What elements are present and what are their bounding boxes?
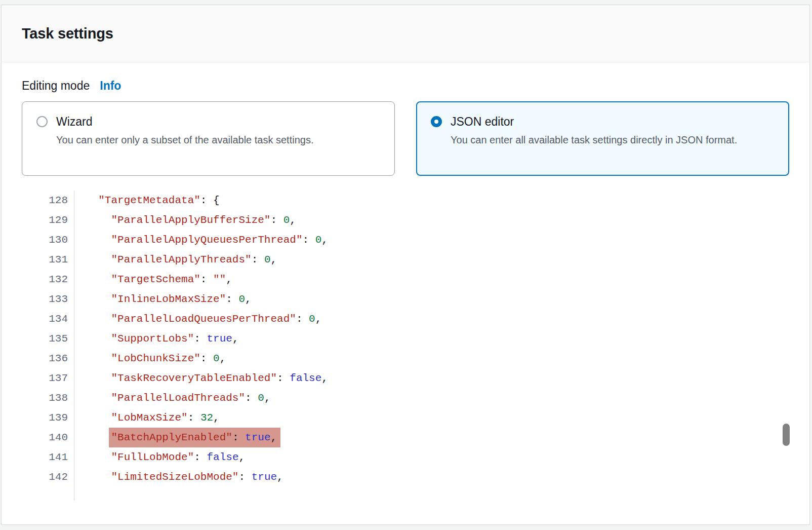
code-text: "SupportLobs": true,: [74, 329, 239, 349]
json-editor-radio[interactable]: [431, 116, 442, 127]
option-card-wizard[interactable]: Wizard You can enter only a subset of th…: [22, 101, 395, 176]
wizard-label: Wizard: [56, 113, 313, 130]
code-line: 137 "TaskRecoveryTableEnabled": false,: [22, 368, 789, 388]
code-line: 141 "FullLobMode": false,: [22, 447, 789, 467]
vertical-scrollbar-thumb[interactable]: [783, 424, 790, 446]
code-line: 135 "SupportLobs": true,: [22, 329, 789, 349]
line-number: 139: [22, 408, 74, 428]
line-number: 129: [22, 210, 74, 230]
wizard-card-row: Wizard You can enter only a subset of th…: [36, 113, 380, 148]
code-line: 132 "TargetSchema": "",: [22, 270, 789, 289]
json-editor-description: You can enter all available task setting…: [451, 132, 737, 148]
line-number: 137: [22, 368, 74, 388]
code-line: 129 "ParallelApplyBufferSize": 0,: [22, 210, 789, 230]
code-text: "LobChunkSize": 0,: [74, 349, 226, 368]
line-number: 134: [22, 309, 74, 329]
code-text: "LimitedSizeLobMode": true,: [74, 467, 283, 487]
code-text: "ParallelApplyQueuesPerThread": 0,: [74, 230, 328, 250]
panel-content: Editing mode Info Wizard You can enter o…: [2, 62, 809, 500]
code-text: "ParallelLoadThreads": 0,: [74, 388, 271, 408]
line-number: 138: [22, 388, 74, 408]
info-link[interactable]: Info: [100, 79, 121, 93]
line-number: 128: [22, 191, 74, 210]
line-number: 132: [22, 270, 74, 289]
code-line: 134 "ParallelLoadQueuesPerThread": 0,: [22, 309, 789, 329]
line-number: 140: [22, 428, 74, 447]
task-settings-panel: Task settings Editing mode Info Wizard Y…: [1, 5, 810, 525]
line-number: 130: [22, 230, 74, 250]
code-text: "ParallelApplyBufferSize": 0,: [74, 210, 296, 230]
line-number: 133: [22, 289, 74, 309]
code-line: 138 "ParallelLoadThreads": 0,: [22, 388, 789, 408]
json-editor-texts: JSON editor You can enter all available …: [451, 113, 737, 148]
json-editor-card-row: JSON editor You can enter all available …: [431, 113, 775, 148]
json-code-editor[interactable]: 128 "TargetMetadata": { 129 "ParallelApp…: [22, 191, 789, 500]
page-title: Task settings: [22, 25, 113, 42]
code-text: "ParallelApplyThreads": 0,: [74, 250, 277, 270]
code-text: "InlineLobMaxSize": 0,: [74, 289, 252, 309]
code-line: 131 "ParallelApplyThreads": 0,: [22, 250, 789, 270]
code-lines: 128 "TargetMetadata": { 129 "ParallelApp…: [22, 191, 789, 487]
code-line: 139 "LobMaxSize": 32,: [22, 408, 789, 428]
code-text: "LobMaxSize": 32,: [74, 408, 220, 428]
editing-mode-options: Wizard You can enter only a subset of th…: [22, 101, 789, 176]
code-text: "TargetSchema": "",: [74, 270, 232, 289]
gutter-spacer: [22, 487, 789, 500]
json-editor-label: JSON editor: [451, 113, 737, 130]
wizard-description: You can enter only a subset of the avail…: [56, 132, 313, 148]
code-line: 130 "ParallelApplyQueuesPerThread": 0,: [22, 230, 789, 250]
code-line: 133 "InlineLobMaxSize": 0,: [22, 289, 789, 309]
code-text: "ParallelLoadQueuesPerThread": 0,: [74, 309, 321, 329]
code-text: "FullLobMode": false,: [74, 447, 245, 467]
line-number: 131: [22, 250, 74, 270]
line-number: 135: [22, 329, 74, 349]
code-text: "BatchApplyEnabled": true,: [74, 428, 280, 447]
code-text: "TargetMetadata": {: [74, 191, 220, 210]
code-line: 136 "LobChunkSize": 0,: [22, 349, 789, 368]
wizard-texts: Wizard You can enter only a subset of th…: [56, 113, 313, 148]
option-card-json-editor[interactable]: JSON editor You can enter all available …: [416, 101, 789, 176]
line-number: 136: [22, 349, 74, 368]
code-line: 140 "BatchApplyEnabled": true,: [22, 428, 789, 447]
code-line: 128 "TargetMetadata": {: [22, 191, 789, 210]
line-number: 141: [22, 447, 74, 467]
code-line: 142 "LimitedSizeLobMode": true,: [22, 467, 789, 487]
line-number: 142: [22, 467, 74, 487]
code-text: "TaskRecoveryTableEnabled": false,: [74, 368, 328, 388]
editing-mode-row: Editing mode Info: [22, 79, 789, 93]
panel-header: Task settings: [2, 5, 809, 62]
wizard-radio[interactable]: [36, 116, 48, 127]
editing-mode-label: Editing mode: [22, 79, 90, 93]
